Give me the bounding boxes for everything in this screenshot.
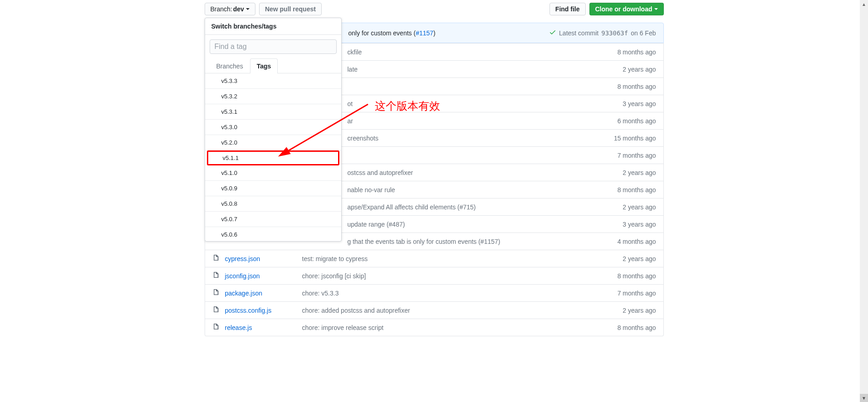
file-row: jsconfig.jsonchore: jsconfig [ci skip]8 … xyxy=(205,267,663,284)
page-scrollbar[interactable]: ▲ ▼ xyxy=(860,0,868,336)
file-time: 7 months ago xyxy=(593,152,656,159)
file-commit-msg[interactable]: update range (#487) xyxy=(302,221,593,228)
branch-name: dev xyxy=(233,5,244,13)
file-row: package.jsonchore: v5.3.37 months ago xyxy=(205,284,663,301)
file-commit-msg[interactable]: g that the events tab is only for custom… xyxy=(302,238,593,245)
file-commit-msg[interactable]: ot xyxy=(302,100,593,107)
file-time: 2 years ago xyxy=(593,307,656,314)
file-commit-msg[interactable]: ostcss and autoprefixer xyxy=(302,169,593,176)
file-icon xyxy=(212,289,220,297)
file-icon xyxy=(212,271,220,280)
file-commit-msg[interactable]: chore: added postcss and autoprefixer xyxy=(302,307,593,314)
file-name[interactable]: release.js xyxy=(225,324,302,331)
file-time: 15 months ago xyxy=(593,135,656,142)
file-icon xyxy=(212,323,220,332)
branch-label: Branch: xyxy=(211,5,232,13)
file-time: 8 months ago xyxy=(593,324,656,331)
tag-item[interactable]: v5.1.1 xyxy=(207,150,339,165)
commit-msg-text: only for custom events ( xyxy=(348,29,416,37)
clone-download-button[interactable]: Clone or download xyxy=(589,3,664,15)
file-time: 2 years ago xyxy=(593,203,656,211)
commit-date: on 6 Feb xyxy=(631,29,656,37)
file-row: release.jschore: improve release script8… xyxy=(205,319,663,336)
file-commit-msg[interactable]: test: migrate to cypress xyxy=(302,255,593,262)
tag-item[interactable]: v5.0.8 xyxy=(205,196,341,212)
tag-search-input[interactable] xyxy=(210,39,337,54)
file-icon xyxy=(212,306,220,315)
file-commit-msg[interactable]: creenshots xyxy=(302,135,593,142)
tag-item[interactable]: v5.0.9 xyxy=(205,181,341,196)
file-time: 8 months ago xyxy=(593,83,656,90)
dropdown-items-list[interactable]: v5.3.3v5.3.2v5.3.1v5.3.0v5.2.0v5.1.1v5.1… xyxy=(205,73,341,241)
file-time: 7 months ago xyxy=(593,290,656,297)
file-commit-msg[interactable]: chore: v5.3.3 xyxy=(302,290,593,297)
file-time: 3 years ago xyxy=(593,100,656,107)
commit-msg-suffix: ) xyxy=(433,29,436,37)
file-commit-msg[interactable]: ckfile xyxy=(302,48,593,56)
file-commit-msg[interactable]: chore: jsconfig [ci skip] xyxy=(302,272,593,280)
tag-item[interactable]: v5.3.0 xyxy=(205,120,341,135)
file-time: 2 years ago xyxy=(593,169,656,176)
latest-commit-label: Latest commit xyxy=(559,29,598,37)
tab-tags[interactable]: Tags xyxy=(250,58,278,73)
tag-item[interactable]: v5.0.7 xyxy=(205,212,341,227)
branch-select-button[interactable]: Branch: dev xyxy=(205,3,255,15)
file-name[interactable]: cypress.json xyxy=(225,255,302,262)
file-commit-msg[interactable]: chore: improve release script xyxy=(302,324,593,331)
file-row: postcss.config.jschore: added postcss an… xyxy=(205,301,663,319)
file-time: 8 months ago xyxy=(593,186,656,194)
file-time: 6 months ago xyxy=(593,117,656,125)
file-commit-msg[interactable]: apse/Expand All affects child elements (… xyxy=(302,203,593,211)
annotation-text: 这个版本有效 xyxy=(375,99,440,113)
file-commit-msg[interactable]: ar xyxy=(302,117,593,125)
branch-tag-dropdown: Switch branches/tags Branches Tags v5.3.… xyxy=(205,18,342,242)
file-row: cypress.jsontest: migrate to cypress2 ye… xyxy=(205,250,663,267)
file-commit-msg[interactable]: late xyxy=(302,66,593,73)
scroll-up-icon[interactable]: ▲ xyxy=(860,0,868,8)
new-pull-request-button[interactable]: New pull request xyxy=(259,3,322,15)
find-file-button[interactable]: Find file xyxy=(549,3,586,15)
caret-down-icon xyxy=(654,8,658,10)
commit-issue-link[interactable]: #1157 xyxy=(416,29,433,37)
file-time: 4 months ago xyxy=(593,238,656,245)
file-name[interactable]: postcss.config.js xyxy=(225,307,302,314)
caret-down-icon xyxy=(246,8,250,10)
file-icon xyxy=(212,254,220,263)
file-name[interactable]: jsconfig.json xyxy=(225,272,302,280)
tag-item[interactable]: v5.0.6 xyxy=(205,227,341,241)
file-time: 8 months ago xyxy=(593,272,656,280)
file-time: 3 years ago xyxy=(593,221,656,228)
commit-sha[interactable]: 933063f xyxy=(601,29,628,37)
tag-item[interactable]: v5.3.1 xyxy=(205,104,341,120)
file-commit-msg[interactable]: nable no-var rule xyxy=(302,186,593,194)
tab-branches[interactable]: Branches xyxy=(210,58,250,73)
file-time: 2 years ago xyxy=(593,66,656,73)
tag-item[interactable]: v5.1.0 xyxy=(205,165,341,181)
tag-item[interactable]: v5.2.0 xyxy=(205,135,341,150)
file-time: 2 years ago xyxy=(593,255,656,262)
tag-item[interactable]: v5.3.3 xyxy=(205,73,341,89)
file-time: 8 months ago xyxy=(593,48,656,56)
tag-item[interactable]: v5.3.2 xyxy=(205,89,341,104)
file-name[interactable]: package.json xyxy=(225,290,302,297)
dropdown-header: Switch branches/tags xyxy=(205,18,341,35)
clone-label: Clone or download xyxy=(595,5,652,13)
check-icon xyxy=(549,29,556,37)
